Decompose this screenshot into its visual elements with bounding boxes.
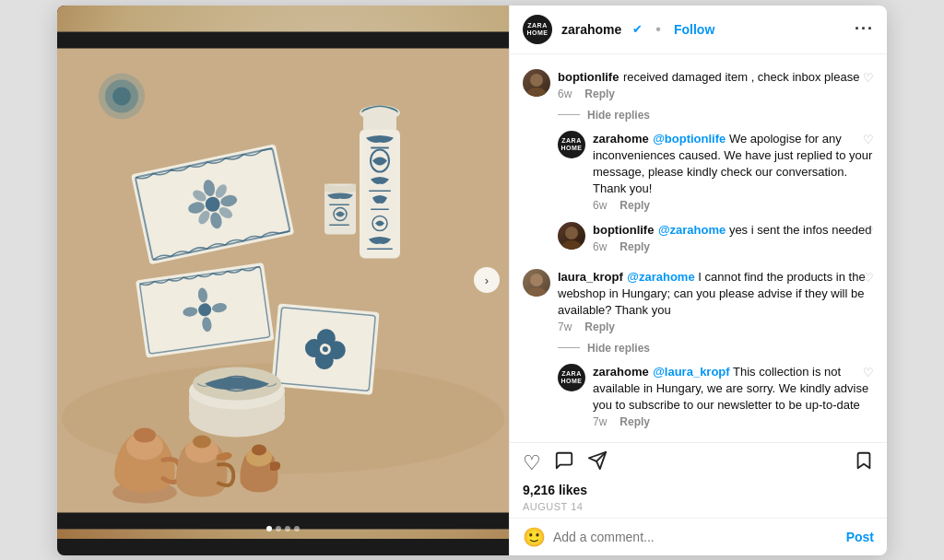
comment-input[interactable] [553, 530, 839, 544]
hide-replies-line [558, 114, 580, 115]
hide-replies-toggle[interactable]: Hide replies [510, 105, 887, 125]
like-icon[interactable]: ♡ [863, 71, 874, 85]
reply-button[interactable]: Reply [620, 199, 650, 212]
comment-time: 6w [593, 240, 607, 253]
likes-count[interactable]: 9,216 likes [523, 483, 587, 497]
comment-body: laura_kropf @zarahome I cannot find the … [558, 268, 874, 333]
carousel-dot-1[interactable] [266, 526, 272, 531]
avatar[interactable] [523, 69, 550, 97]
avatar[interactable] [523, 269, 550, 297]
comment-button[interactable] [554, 450, 574, 475]
svg-point-58 [112, 87, 131, 105]
emoji-button[interactable]: 🙂 [523, 526, 546, 548]
comment-body: boptionlife received damaged item , chec… [558, 68, 874, 100]
like-button[interactable]: ♡ [523, 451, 541, 475]
like-icon[interactable]: ♡ [863, 133, 874, 146]
comment-username[interactable]: boptionlife [593, 223, 654, 237]
carousel-dot-3[interactable] [285, 526, 290, 531]
follow-button[interactable]: Follow [674, 22, 714, 37]
comment-username[interactable]: zarahome [593, 132, 649, 146]
reply-button[interactable]: Reply [620, 415, 650, 428]
zara-logo: ZARAHOME [527, 22, 549, 36]
svg-rect-16 [329, 224, 349, 226]
comment-time: 6w [558, 88, 572, 100]
likes-count-value: 9,216 [523, 483, 555, 497]
carousel-dot-4[interactable] [294, 526, 300, 531]
svg-point-59 [530, 74, 543, 87]
hide-replies-line [558, 347, 580, 348]
reply-button[interactable]: Reply [584, 88, 615, 100]
comment-item: laura_kropf @zarahome I cannot find the … [510, 263, 887, 338]
avatar[interactable]: ZARAHOME [558, 364, 585, 391]
hide-replies-label: Hide replies [587, 109, 650, 122]
carousel-next-button[interactable]: › [474, 267, 500, 293]
mention[interactable]: @zarahome [658, 223, 726, 237]
post-header: ZARAHOME zarahome ✔ • Follow ··· [510, 6, 887, 54]
svg-rect-1 [57, 31, 509, 48]
bookmark-button[interactable] [854, 450, 874, 476]
comment-body: zarahome @laura_kropf This collection is… [593, 363, 874, 428]
likes-label: likes [559, 483, 587, 497]
comment-time: 6w [593, 199, 607, 212]
hide-replies-toggle[interactable]: Hide replies [510, 338, 887, 358]
verified-icon: ✔ [632, 22, 643, 36]
svg-rect-14 [329, 204, 349, 205]
share-button[interactable] [587, 450, 608, 475]
comment-body: boptionlife @zarahome yes i sent the inf… [593, 221, 874, 253]
zara-logo-small: ZARAHOME [561, 137, 583, 151]
svg-point-63 [530, 274, 543, 286]
reply-item: boptionlife @zarahome yes i sent the inf… [510, 216, 887, 258]
svg-point-53 [193, 435, 211, 448]
bottom-bar [57, 539, 509, 555]
instagram-post-window: › ZARAHOME zarahome ✔ • Follow ··· [57, 6, 887, 555]
mention[interactable]: @zarahome [627, 270, 694, 284]
svg-rect-12 [367, 248, 393, 250]
like-icon[interactable]: ♡ [863, 224, 874, 238]
comment-username[interactable]: laura_kropf [558, 270, 623, 284]
svg-point-61 [565, 227, 578, 239]
more-options-button[interactable]: ··· [855, 19, 874, 39]
comment-body: zarahome @boptionlife We apologise for a… [593, 130, 874, 212]
mention[interactable]: @boptionlife [653, 132, 726, 146]
comment-item: boptionlife received damaged item , chec… [510, 64, 887, 105]
post-date: august 14 [510, 500, 887, 518]
comment-meta: 6w Reply [593, 240, 874, 253]
comments-area: boptionlife received damaged item , chec… [510, 54, 887, 442]
comment-text: @zarahome yes i sent the infos needed [658, 223, 872, 237]
hide-replies-label: Hide replies [587, 342, 650, 355]
chevron-right-icon: › [485, 274, 489, 287]
svg-point-64 [526, 287, 547, 297]
svg-point-62 [561, 240, 582, 250]
like-icon[interactable]: ♡ [863, 271, 874, 285]
post-comment-button[interactable]: Post [846, 530, 874, 544]
svg-point-60 [526, 88, 547, 97]
comment-meta: 6w Reply [558, 88, 874, 100]
reply-item: ZARAHOME zarahome @boptionlife We apolog… [510, 125, 887, 216]
reply-item: ZARAHOME zarahome @laura_kropf This coll… [510, 358, 887, 433]
mention[interactable]: @laura_kropf [653, 365, 729, 379]
ceramics-illustration [57, 6, 509, 555]
post-right-panel: ZARAHOME zarahome ✔ • Follow ··· boption… [509, 6, 887, 555]
add-comment-row: 🙂 Post [510, 518, 887, 555]
svg-rect-10 [371, 208, 389, 210]
svg-rect-7 [371, 146, 389, 148]
account-avatar[interactable]: ZARAHOME [523, 15, 552, 44]
like-icon[interactable]: ♡ [863, 366, 874, 379]
comment-meta: 7w Reply [558, 321, 874, 333]
carousel-dot-2[interactable] [276, 526, 281, 531]
comment-username[interactable]: boptionlife [558, 70, 619, 84]
comment-meta: 7w Reply [593, 415, 874, 428]
account-username[interactable]: zarahome [561, 22, 621, 37]
avatar[interactable]: ZARAHOME [558, 131, 585, 158]
reply-button[interactable]: Reply [620, 240, 650, 253]
reply-button[interactable]: Reply [584, 321, 615, 333]
zara-logo-small: ZARAHOME [561, 370, 583, 384]
svg-rect-9 [369, 190, 391, 192]
comment-text: received damaged item , check inbox plea… [623, 70, 860, 84]
comment-username[interactable]: zarahome [593, 365, 649, 379]
comment-meta: 6w Reply [593, 199, 874, 212]
avatar[interactable] [558, 222, 585, 250]
comment-time: 7w [593, 415, 607, 428]
svg-point-55 [252, 444, 266, 455]
svg-point-51 [134, 427, 156, 442]
